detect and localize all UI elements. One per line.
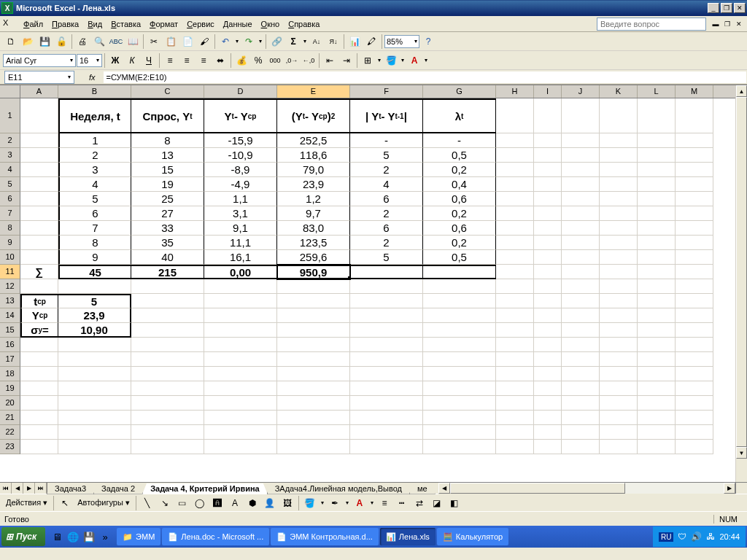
minimize-button[interactable]: _	[708, 3, 719, 13]
cell[interactable]	[131, 367, 204, 381]
cell[interactable]: 0,4	[423, 177, 496, 192]
cell[interactable]	[562, 279, 600, 294]
row-13[interactable]: 13	[0, 294, 20, 308]
row-11[interactable]: 11	[0, 265, 20, 279]
cell[interactable]	[20, 163, 58, 177]
cell[interactable]: σy=	[20, 323, 58, 338]
cell[interactable]: 0,2	[423, 163, 496, 177]
cell[interactable]	[600, 425, 638, 440]
cell[interactable]	[534, 308, 562, 323]
cell[interactable]	[58, 411, 131, 425]
shadow-icon[interactable]: ◪	[429, 495, 445, 511]
col-H[interactable]: H	[496, 85, 534, 98]
cell[interactable]	[131, 440, 204, 454]
cell[interactable]	[562, 163, 600, 177]
cell[interactable]: -15,9	[204, 133, 277, 148]
cell[interactable]	[204, 308, 277, 323]
cell[interactable]: 2	[350, 236, 423, 250]
cell[interactable]: 0,5	[423, 250, 496, 265]
paste-icon[interactable]: 📄	[179, 34, 196, 50]
diagram-icon[interactable]: ⬢	[244, 495, 260, 511]
menu-Вид[interactable]: Вид	[83, 18, 107, 30]
cell[interactable]	[496, 411, 534, 425]
start-button[interactable]: ⊞ Пуск	[1, 527, 45, 546]
font-box[interactable]: Arial Cyr▾	[3, 54, 76, 67]
name-box[interactable]: E11▾	[4, 71, 74, 84]
cell[interactable]	[676, 133, 713, 148]
cell[interactable]	[496, 294, 534, 308]
cell[interactable]	[350, 352, 423, 367]
cell[interactable]: 9	[58, 250, 131, 265]
cell[interactable]	[534, 148, 562, 163]
cell[interactable]	[20, 396, 58, 411]
actions-menu[interactable]: Действия ▾	[3, 498, 50, 508]
cell[interactable]	[20, 250, 58, 265]
hscroll-thumb[interactable]	[450, 483, 625, 494]
cell[interactable]	[562, 148, 600, 163]
cell[interactable]	[204, 352, 277, 367]
cell[interactable]	[600, 294, 638, 308]
worksheet[interactable]: ABCDEFGHIJKLM 12345678910111213141516171…	[0, 85, 747, 494]
sheet-tab[interactable]: Задача 4, Критерий Ирвина	[142, 483, 268, 494]
cell[interactable]	[534, 396, 562, 411]
line-icon[interactable]: ╲	[139, 495, 155, 511]
cell[interactable]	[131, 352, 204, 367]
comma-icon[interactable]: 000	[267, 52, 283, 69]
cell[interactable]: 6	[58, 206, 131, 221]
cell[interactable]	[676, 148, 713, 163]
cell[interactable]: 5	[350, 250, 423, 265]
scroll-left-icon[interactable]: ◀	[438, 483, 450, 494]
cell[interactable]	[277, 338, 350, 352]
cell[interactable]: 4	[350, 177, 423, 192]
col-L[interactable]: L	[638, 85, 676, 98]
cell[interactable]	[600, 236, 638, 250]
cell[interactable]	[277, 440, 350, 454]
cell[interactable]	[496, 265, 534, 279]
cell[interactable]	[562, 411, 600, 425]
cell[interactable]	[638, 294, 676, 308]
menu-Данные[interactable]: Данные	[219, 18, 257, 30]
cell[interactable]	[20, 381, 58, 396]
cell[interactable]	[600, 265, 638, 279]
cell[interactable]	[534, 440, 562, 454]
cell[interactable]: 123,5	[277, 236, 350, 250]
percent-icon[interactable]: %	[250, 52, 266, 69]
cell[interactable]: -	[350, 133, 423, 148]
cell[interactable]: 0,5	[423, 148, 496, 163]
menu-Сервис[interactable]: Сервис	[182, 18, 219, 30]
row-3[interactable]: 3	[0, 148, 20, 163]
autosum-icon[interactable]: Σ	[285, 34, 301, 50]
increase-indent-icon[interactable]: ⇥	[338, 52, 355, 69]
row-8[interactable]: 8	[0, 221, 20, 236]
restore-button[interactable]: ❐	[721, 3, 732, 13]
cell[interactable]: λ t	[423, 98, 496, 133]
hyperlink-icon[interactable]: 🔗	[268, 34, 285, 50]
row-23[interactable]: 23	[0, 440, 20, 454]
cell[interactable]	[20, 192, 58, 206]
drawing-icon[interactable]: 🖍	[363, 34, 379, 50]
cell[interactable]	[496, 250, 534, 265]
cell[interactable]: -4,9	[204, 177, 277, 192]
cell[interactable]: 45	[58, 265, 131, 279]
cell[interactable]	[423, 411, 496, 425]
size-box[interactable]: 16▾	[77, 54, 102, 67]
ql-save-icon[interactable]: 💾	[82, 529, 96, 545]
cell[interactable]	[638, 396, 676, 411]
row-10[interactable]: 10	[0, 250, 20, 265]
cell[interactable]	[534, 163, 562, 177]
cell[interactable]	[496, 177, 534, 192]
cell[interactable]: 0,2	[423, 236, 496, 250]
cell[interactable]	[423, 440, 496, 454]
cell[interactable]	[638, 279, 676, 294]
row-2[interactable]: 2	[0, 133, 20, 148]
cell[interactable]	[58, 352, 131, 367]
cell[interactable]	[423, 352, 496, 367]
cell[interactable]: 1,1	[204, 192, 277, 206]
cell[interactable]	[277, 411, 350, 425]
cell[interactable]	[676, 396, 713, 411]
dashstyle-icon[interactable]: ┅	[394, 495, 410, 511]
tray-net-icon[interactable]: 🖧	[706, 532, 715, 542]
cell[interactable]	[676, 308, 713, 323]
cell[interactable]: 79,0	[277, 163, 350, 177]
cell[interactable]: 27	[131, 206, 204, 221]
